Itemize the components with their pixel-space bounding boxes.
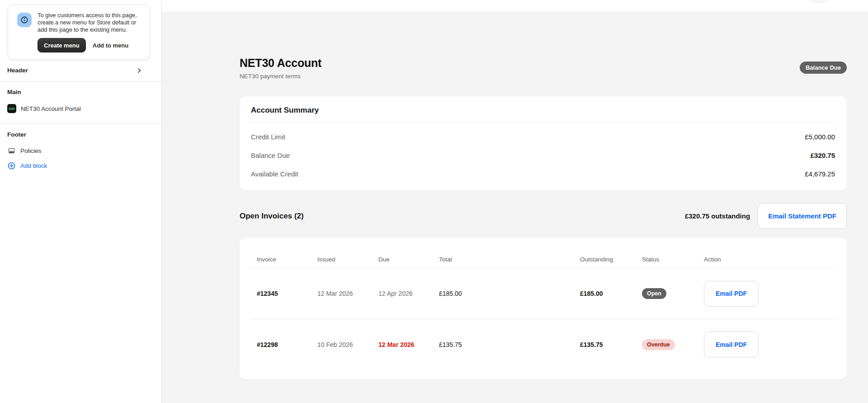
invoice-outstanding: £185.00 <box>574 290 636 297</box>
sidebar-item-header[interactable]: Header <box>0 60 161 81</box>
invoice-number: #12298 <box>250 341 311 348</box>
add-block-button[interactable]: Add block <box>7 158 154 173</box>
summary-value: £5,000.00 <box>805 133 835 141</box>
theme-editor-sidebar: To give customers access to this page, c… <box>0 0 162 403</box>
summary-value: £4,679.25 <box>805 170 835 178</box>
summary-divider <box>249 123 835 123</box>
due-date-overdue: 12 Mar 2026 <box>372 341 433 348</box>
net30-account-page: NET30 Account NET30 payment terms Balanc… <box>240 0 847 379</box>
invoice-row-12345: #12345 12 Mar 2026 12 Apr 2026 £185.00 £… <box>250 268 836 319</box>
invoice-table-header: Invoice Issued Due Total Outstanding Sta… <box>250 251 836 268</box>
col-invoice: Invoice <box>250 256 311 263</box>
col-action: Action <box>698 256 836 263</box>
email-pdf-button[interactable]: Email PDF <box>704 281 759 307</box>
info-icon <box>17 13 32 27</box>
add-block-label: Add block <box>20 162 47 169</box>
policies-label: Policies <box>20 147 42 154</box>
summary-label: Available Credit <box>251 170 298 178</box>
summary-value: £320.75 <box>811 152 835 159</box>
account-summary-heading: Account Summary <box>249 105 835 115</box>
col-status: Status <box>636 256 698 263</box>
policies-icon <box>7 147 16 155</box>
col-outstanding: Outstanding <box>574 256 636 263</box>
due-date: 12 Apr 2026 <box>372 290 433 297</box>
status-badge-overdue: Overdue <box>642 339 675 350</box>
add-to-menu-button[interactable]: Add to menu <box>93 42 128 49</box>
summary-row-available-credit: Available Credit £4,679.25 <box>249 165 835 183</box>
col-issued: Issued <box>311 256 372 263</box>
page-subtitle: NET30 payment terms <box>240 73 847 80</box>
plus-circle-icon <box>7 161 16 170</box>
invoice-row-12298: #12298 10 Feb 2026 12 Mar 2026 £135.75 £… <box>250 319 836 379</box>
footer-section-label: Footer <box>7 130 154 143</box>
sidebar-item-net30-account-portal[interactable]: N30 NET30 Account Portal <box>7 101 154 116</box>
invoice-outstanding: £135.75 <box>574 341 636 348</box>
balance-due-status-badge: Balance Due <box>800 62 847 74</box>
summary-row-balance-due: Balance Due £320.75 <box>249 146 835 165</box>
invoice-total: £135.75 <box>433 341 574 348</box>
create-menu-button[interactable]: Create menu <box>38 38 86 52</box>
open-invoices-table: Invoice Issued Due Total Outstanding Sta… <box>240 238 847 379</box>
net30-app-icon: N30 <box>7 104 16 113</box>
issued-date: 12 Mar 2026 <box>311 290 372 297</box>
email-statement-pdf-button[interactable]: Email Statement PDF <box>758 203 847 229</box>
invoice-number: #12345 <box>250 290 311 297</box>
invoice-total: £185.00 <box>433 290 574 297</box>
theme-preview-pane: NET30 Account NET30 payment terms Balanc… <box>162 0 868 403</box>
menu-info-banner: To give customers access to this page, c… <box>8 5 150 60</box>
main-section-label: Main <box>7 88 154 101</box>
page-title: NET30 Account <box>240 57 847 70</box>
sidebar-item-policies[interactable]: Policies <box>7 143 154 158</box>
summary-row-credit-limit: Credit Limit £5,000.00 <box>249 128 835 146</box>
issued-date: 10 Feb 2026 <box>311 341 372 348</box>
open-invoices-heading: Open Invoices (2) <box>240 212 304 221</box>
summary-label: Balance Due <box>251 152 290 159</box>
summary-label: Credit Limit <box>251 133 285 141</box>
chevron-right-icon <box>136 67 142 74</box>
net30-portal-label: NET30 Account Portal <box>21 105 81 112</box>
col-total: Total <box>433 256 574 263</box>
status-badge-open: Open <box>642 288 666 299</box>
outstanding-total: £320.75 outstanding <box>685 212 750 220</box>
info-banner-text: To give customers access to this page, c… <box>38 12 144 33</box>
account-summary-card: Account Summary Credit Limit £5,000.00 B… <box>240 96 847 190</box>
email-pdf-button[interactable]: Email PDF <box>704 332 759 357</box>
header-section-label: Header <box>7 67 28 74</box>
col-due: Due <box>372 256 433 263</box>
